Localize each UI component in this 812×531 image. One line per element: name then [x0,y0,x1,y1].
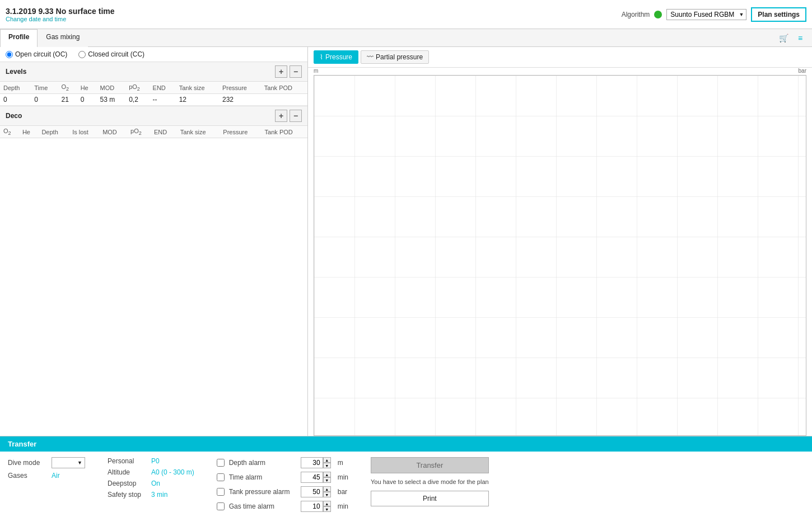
depth-alarm-input-wrapper: ▲ ▼ [301,457,331,468]
col-mod: MOD [96,82,125,94]
levels-table: Depth Time O2 He MOD pO2 END Tank size P… [0,82,307,106]
deco-add-button[interactable]: + [275,110,287,122]
cc-label: Closed circuit (CC) [88,50,144,58]
time-alarm-input[interactable] [301,472,323,483]
algorithm-status-dot [654,11,662,18]
main-content: Open circuit (OC) Closed circuit (CC) Le… [0,47,812,436]
transfer-button[interactable]: Transfer [371,457,489,473]
levels-add-button[interactable]: + [275,65,287,78]
col-depth: Depth [0,82,31,94]
altitude-value: A0 (0 - 300 m) [151,468,194,476]
chart-container: m bar [308,68,812,436]
time-alarm-spinners: ▲ ▼ [323,472,331,483]
safety-stop-row: Safety stop 3 min [108,491,194,499]
pressure-icon: ⌇ [320,53,323,61]
gases-value: Air [52,472,60,480]
gas-time-alarm-up[interactable]: ▲ [323,501,331,506]
col-tank-pod: Tank POD [261,82,307,94]
deco-remove-button[interactable]: − [290,110,302,122]
transfer-col-1: Dive mode OC CC Gases Air [8,457,85,480]
cell-time: 0 [31,94,58,106]
dive-mode-select[interactable]: OC CC [52,457,85,468]
cc-radio-label[interactable]: Closed circuit (CC) [78,50,144,58]
deco-section-header: Deco + − [0,106,307,126]
personal-row: Personal P0 [108,457,194,465]
pressure-tab-label: Pressure [325,53,352,61]
cell-tank-pod [261,94,307,106]
change-date-link[interactable]: Change date and time [6,16,115,22]
gas-time-alarm-input[interactable] [301,501,323,512]
partial-pressure-tab-label: Partial pressure [376,53,423,61]
depth-alarm-checkbox[interactable] [217,459,225,467]
deco-col-end: END [151,126,177,138]
tab-gas-mixing[interactable]: Gas mixing [38,29,88,47]
oc-radio-label[interactable]: Open circuit (OC) [6,50,67,58]
algorithm-select[interactable]: Suunto Fused RGBM [666,9,746,20]
personal-value: P0 [151,457,160,465]
deco-col-tank-pod: Tank POD [262,126,307,138]
cell-tank-size: 12 [176,94,219,106]
depth-alarm-up[interactable]: ▲ [323,457,331,463]
time-alarm-down[interactable]: ▼ [323,477,331,483]
deco-title: Deco [6,112,22,120]
gas-time-alarm-down[interactable]: ▼ [323,506,331,512]
levels-remove-button[interactable]: − [290,65,302,78]
tab-profile[interactable]: Profile [0,29,38,47]
pressure-chart-tab[interactable]: ⌇ Pressure [314,50,358,64]
col-tank-size: Tank size [176,82,219,94]
transfer-col-alarms: Depth alarm ▲ ▼ m Time alarm ▲ [217,457,348,512]
cc-radio[interactable] [78,51,86,58]
col-he: He [77,82,97,94]
app-header: 3.1.2019 9.33 No surface time Change dat… [0,0,812,29]
dive-mode-select-wrapper: OC CC [52,457,85,468]
transfer-col-2: Personal P0 Altitude A0 (0 - 300 m) Deep… [108,457,194,499]
tank-pressure-alarm-row: Tank pressure alarm ▲ ▼ bar [217,486,348,497]
deco-table-header-row: O2 He Depth Is lost MOD pO2 END Tank siz… [0,126,307,138]
transfer-note: You have to select a dive mode for the p… [371,478,489,486]
levels-title: Levels [6,68,26,76]
deco-col-po2: pO2 [127,126,151,138]
levels-section-header: Levels + − [0,62,307,82]
time-alarm-up[interactable]: ▲ [323,472,331,477]
time-alarm-checkbox[interactable] [217,473,225,481]
tank-pressure-alarm-checkbox[interactable] [217,488,225,496]
tank-pressure-alarm-down[interactable]: ▼ [323,492,331,497]
deco-col-tank-size: Tank size [177,126,220,138]
safety-stop-value: 3 min [151,491,167,499]
gas-time-alarm-checkbox[interactable] [217,502,225,510]
app-title: 3.1.2019 9.33 No surface time [6,7,115,16]
tank-pressure-alarm-up[interactable]: ▲ [323,486,331,492]
depth-alarm-input[interactable] [301,457,323,468]
depth-alarm-row: Depth alarm ▲ ▼ m [217,457,348,468]
cart-icon[interactable]: 🛒 [777,32,790,44]
circuit-radio-group: Open circuit (OC) Closed circuit (CC) [0,47,307,62]
tank-pressure-alarm-input[interactable] [301,486,323,497]
tab-bar: Profile Gas mixing 🛒 ≡ [0,29,812,47]
cell-pressure: 232 [219,94,261,106]
deepstop-label: Deepstop [108,480,147,487]
plan-settings-button[interactable]: Plan settings [751,7,806,22]
header-right: Algorithm Suunto Fused RGBM Plan setting… [622,7,806,22]
partial-pressure-icon: 〰 [367,53,374,61]
deco-buttons: + − [275,110,302,122]
cell-end: -- [150,94,176,106]
deco-section: Deco + − O2 He Depth Is lost MOD pO2 END [0,106,307,138]
print-button[interactable]: Print [371,491,489,506]
tank-pressure-alarm-spinners: ▲ ▼ [323,486,331,497]
deco-col-depth: Depth [38,126,69,138]
altitude-label: Altitude [108,468,147,476]
transfer-section: Transfer Dive mode OC CC Gases Air [0,436,812,531]
partial-pressure-chart-tab[interactable]: 〰 Partial pressure [361,50,429,64]
deepstop-value: On [151,480,160,487]
tank-pressure-alarm-input-wrapper: ▲ ▼ [301,486,331,497]
chart-axis-labels: m bar [314,68,806,75]
right-panel: ⌇ Pressure 〰 Partial pressure m bar [308,47,812,436]
oc-radio[interactable] [6,51,13,58]
gas-time-alarm-row: Gas time alarm ▲ ▼ min [217,501,348,512]
depth-alarm-spinners: ▲ ▼ [323,457,331,468]
menu-icon[interactable]: ≡ [794,32,806,44]
depth-alarm-down[interactable]: ▼ [323,463,331,468]
depth-alarm-unit: m [338,459,343,467]
x-axis-label: bar [799,68,806,74]
deco-col-is-lost: Is lost [69,126,99,138]
